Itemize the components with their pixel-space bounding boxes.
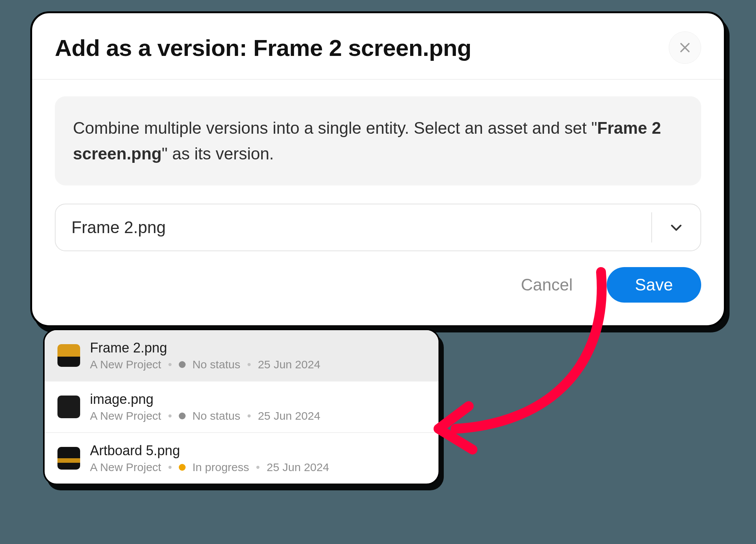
meta-separator: •	[168, 410, 172, 422]
info-text-suffix: " as its version.	[162, 144, 274, 163]
status-dot-icon	[179, 464, 186, 471]
meta-separator: •	[247, 410, 251, 422]
dropdown-item-text: Artboard 5.pngA New Project•In progress•…	[90, 443, 329, 474]
dropdown-item[interactable]: Frame 2.pngA New Project•No status•25 Ju…	[45, 330, 438, 382]
asset-date: 25 Jun 2024	[267, 461, 329, 474]
asset-meta: A New Project•No status•25 Jun 2024	[90, 358, 320, 371]
asset-date: 25 Jun 2024	[258, 410, 320, 422]
dialog-title: Add as a version: Frame 2 screen.png	[55, 34, 471, 61]
chevron-down-icon	[669, 220, 684, 235]
asset-status: In progress	[192, 461, 249, 474]
dropdown-item-text: image.pngA New Project•No status•25 Jun …	[90, 391, 320, 422]
asset-meta: A New Project•In progress•25 Jun 2024	[90, 461, 329, 474]
close-icon	[678, 41, 692, 54]
dialog-header: Add as a version: Frame 2 screen.png	[32, 13, 724, 80]
status-dot-icon	[179, 413, 186, 419]
cancel-button[interactable]: Cancel	[500, 267, 593, 303]
asset-status: No status	[192, 358, 240, 371]
asset-status: No status	[192, 410, 240, 422]
asset-project: A New Project	[90, 410, 161, 422]
save-button[interactable]: Save	[607, 267, 701, 303]
asset-name: image.png	[90, 391, 320, 407]
info-text-prefix: Combine multiple versions into a single …	[73, 119, 597, 137]
asset-meta: A New Project•No status•25 Jun 2024	[90, 410, 320, 422]
asset-name: Frame 2.png	[90, 340, 320, 356]
meta-separator: •	[256, 461, 260, 474]
meta-separator: •	[247, 358, 251, 371]
asset-date: 25 Jun 2024	[258, 358, 320, 371]
asset-name: Artboard 5.png	[90, 443, 329, 459]
dropdown-item[interactable]: image.pngA New Project•No status•25 Jun …	[45, 382, 438, 433]
dropdown-item[interactable]: Artboard 5.pngA New Project•In progress•…	[45, 433, 438, 484]
asset-project: A New Project	[90, 358, 161, 371]
asset-thumbnail	[57, 447, 80, 470]
meta-separator: •	[168, 358, 172, 371]
add-version-dialog: Add as a version: Frame 2 screen.png Com…	[30, 11, 726, 327]
asset-dropdown[interactable]: Frame 2.pngA New Project•No status•25 Ju…	[43, 329, 440, 485]
asset-project: A New Project	[90, 461, 161, 474]
dialog-body: Combine multiple versions into a single …	[32, 80, 724, 325]
asset-thumbnail	[57, 344, 80, 367]
asset-thumbnail	[57, 396, 80, 418]
meta-separator: •	[168, 461, 172, 474]
info-box: Combine multiple versions into a single …	[55, 96, 701, 185]
dialog-actions: Cancel Save	[55, 267, 701, 303]
dropdown-item-text: Frame 2.pngA New Project•No status•25 Ju…	[90, 340, 320, 371]
asset-select[interactable]: Frame 2.png	[55, 204, 701, 251]
close-button[interactable]	[669, 31, 701, 64]
asset-select-value: Frame 2.png	[71, 218, 651, 237]
asset-select-toggle[interactable]	[651, 212, 700, 243]
status-dot-icon	[179, 361, 186, 368]
